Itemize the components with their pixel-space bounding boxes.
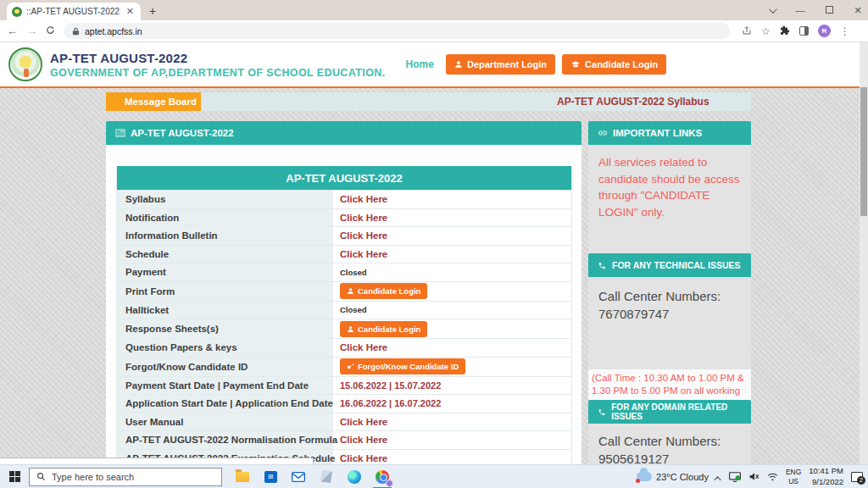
scrollbar-thumb[interactable] [860,87,867,216]
row-value: Closed [333,302,571,319]
marquee-bar: AP-TET AUGUST-2022 Syllabus [201,92,751,111]
minimize-button[interactable]: — [795,5,805,15]
click-here-link[interactable]: Click Here [340,230,387,241]
tab-close-icon[interactable]: ✕ [125,6,136,17]
volume-muted-icon[interactable] [748,472,760,481]
row-label: Response Sheets(s) [117,319,333,338]
table-row: Question Papers & keysClick Here [117,338,571,357]
table-row: NotificationClick Here [117,208,571,227]
row-label: Print Form [117,282,333,301]
candidate-login-button[interactable]: Candidate Login [340,283,427,299]
notebook-app-icon[interactable] [318,469,335,485]
closed-status: Closed [340,268,367,277]
row-value: 15.06.2022 | 15.07.2022 [333,377,571,395]
display-tray-icon[interactable] [729,472,741,482]
edge-icon[interactable] [346,469,363,485]
message-board-label: Message Board [125,97,197,107]
click-here-link[interactable]: Click Here [340,342,387,352]
graduation-cap-icon [570,60,581,69]
row-label: Schedule [117,246,333,263]
row-button-label: Candidate Login [358,324,420,334]
home-link[interactable]: Home [406,58,434,70]
forward-icon[interactable]: → [26,25,37,37]
search-placeholder: Type here to search [52,472,134,482]
browser-menu-icon[interactable]: ⋮ [840,26,850,36]
weather-widget[interactable]: 23°C Cloudy [637,472,709,482]
candidate-login-label: Candidate Login [585,59,658,69]
action-center-icon[interactable]: 2 [851,472,863,482]
lock-icon[interactable] [72,27,80,36]
notification-badge: 2 [857,476,865,485]
reload-icon[interactable] [46,25,55,37]
chrome-profile-badge [386,480,393,487]
start-button[interactable] [0,471,29,482]
domain-issues-header: FOR ANY DOMAIN RELATED ISSUES [588,400,751,424]
candidate-login-button[interactable]: Candidate Login [562,54,666,75]
row-label: AP-TET AUGUST-2022 Normalisation Formula [117,431,333,449]
important-links-label: IMPORTANT LINKS [613,128,702,138]
row-value: Forgot/Know Candidate ID [333,358,571,376]
department-login-button[interactable]: Department Login [446,54,555,75]
row-button-label: Candidate Login [358,286,420,296]
side-panel-icon[interactable] [799,24,809,39]
domain-call-number: 9505619127 [598,452,741,466]
chrome-icon[interactable] [374,469,391,485]
wifi-icon[interactable] [767,473,778,481]
clock-time: 10:41 PM [809,466,843,477]
row-value: Click Here [333,227,571,245]
window-menu-chevron-icon[interactable] [766,5,776,15]
table-row: ScheduleClick Here [117,245,571,263]
profile-avatar[interactable]: R [818,25,831,37]
clock-date: 9/1/2022 [809,477,843,488]
click-here-link[interactable]: Click Here [340,435,387,445]
close-button[interactable]: ✕ [853,5,863,16]
click-here-link[interactable]: Click Here [340,453,387,463]
new-tab-button[interactable]: + [149,4,156,18]
closed-status: Closed [340,305,367,314]
user-icon [347,325,354,333]
department-login-label: Department Login [467,59,547,69]
taskbar-search[interactable]: Type here to search [29,468,222,486]
call-center-label: Call Center Numbers: [598,432,741,452]
click-here-link[interactable]: Click Here [340,194,387,204]
row-label: User Manual [117,413,333,431]
taskbar-clock[interactable]: 10:41 PM 9/1/2022 [809,466,843,488]
language-line2: US [786,477,801,486]
table-row: PaymentClosed [117,263,571,281]
maximize-button[interactable] [824,5,834,15]
bookmark-star-icon[interactable]: ☆ [761,26,771,36]
table-row: Information BulletinClick Here [117,226,571,245]
click-here-link[interactable]: Click Here [340,213,387,223]
mail-icon[interactable] [290,469,307,485]
row-label: Payment [117,263,333,281]
click-here-link[interactable]: Click Here [340,249,387,259]
forgot-candidate-id-button[interactable]: Forgot/Know Candidate ID [340,358,465,374]
tray-overflow-chevron-icon[interactable] [716,469,721,485]
extensions-icon[interactable] [780,25,790,37]
site-subtitle: GOVERNMENT OF AP,DEPARTMENT OF SCHOOL ED… [50,67,386,79]
browser-tab[interactable]: ::AP-TET AUGUST-2022:: ✕ [7,3,141,20]
site-header: AP-TET AUGUST-2022 GOVERNMENT OF AP,DEPA… [0,42,861,88]
file-explorer-icon[interactable] [234,469,251,485]
user-icon [454,60,463,69]
row-value: Closed [333,263,571,281]
share-icon[interactable] [742,25,752,37]
important-links-panel: All services related to candidate should… [588,145,751,253]
technical-issues-panel: Call Center Numbers: 7670879747 [588,277,751,369]
language-indicator[interactable]: ENG US [786,468,801,485]
info-table-body: SyllabusClick HereNotificationClick Here… [117,190,571,467]
info-table: AP-TET AUGUST-2022 SyllabusClick HereNot… [116,166,572,468]
browser-toolbar: ← → aptet.apcfss.in ☆ R ⋮ [0,20,868,42]
microsoft-store-icon[interactable] [262,469,279,485]
row-value: Click Here [333,191,571,208]
language-line1: ENG [786,468,801,477]
click-here-link[interactable]: Click Here [340,417,387,427]
address-bar[interactable]: aptet.apcfss.in [64,23,730,39]
back-icon[interactable]: ← [7,25,18,37]
row-label: Forgot/Know Candidate ID [117,358,333,376]
marquee-text[interactable]: AP-TET AUGUST-2022 Syllabus [557,96,709,108]
candidate-login-button[interactable]: Candidate Login [340,321,427,337]
page-scrollbar[interactable] [860,42,868,464]
table-row: Payment Start Date | Payment End Date15.… [117,376,571,395]
table-row: Print FormCandidate Login [117,281,571,301]
